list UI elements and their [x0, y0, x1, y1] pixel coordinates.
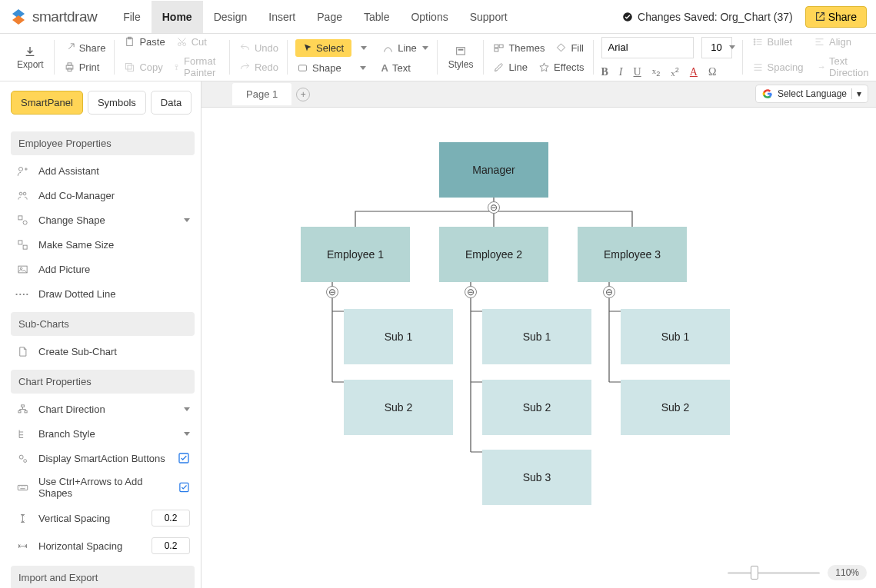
node-manager[interactable]: Manager [439, 142, 548, 198]
share-button[interactable]: Share [805, 6, 867, 28]
page-tab-1[interactable]: Page 1 [232, 83, 291, 105]
section-chart-properties: Chart Properties [11, 370, 195, 394]
node-e1-sub1[interactable]: Sub 1 [344, 309, 453, 364]
symbol-button[interactable]: Ω [708, 66, 716, 78]
h-spacing-input[interactable] [152, 537, 190, 554]
menu-support[interactable]: Support [459, 1, 518, 33]
node-employee-3[interactable]: Employee 3 [578, 227, 687, 282]
font-color-button[interactable]: A [690, 66, 698, 78]
app-logo[interactable]: smartdraw [9, 8, 97, 26]
print-button[interactable]: Print [62, 59, 108, 75]
svg-rect-15 [495, 48, 498, 51]
subscript-button[interactable]: x2 [652, 66, 661, 78]
language-selector[interactable]: Select Language ▾ [755, 85, 868, 103]
format-painter-button[interactable]: Format Painter [172, 53, 222, 81]
v-spacing-input[interactable] [152, 510, 190, 527]
bullet-button[interactable]: Bullet [751, 34, 794, 50]
checkbox-checked-icon[interactable] [178, 452, 190, 464]
svg-point-31 [19, 455, 23, 459]
select-dropdown[interactable] [361, 46, 367, 50]
add-page-button[interactable]: + [296, 88, 310, 101]
menu-file[interactable]: File [112, 1, 152, 33]
section-import-export: Import and Export [11, 566, 195, 588]
svg-rect-29 [18, 410, 20, 413]
display-smartaction-buttons[interactable]: Display SmartAction Buttons [11, 446, 195, 470]
svg-rect-8 [128, 65, 134, 71]
node-e2-sub1[interactable]: Sub 1 [482, 309, 591, 364]
make-same-size[interactable]: Make Same Size [11, 232, 195, 257]
collapse-emp-2[interactable]: ⊖ [465, 286, 477, 298]
tab-data[interactable]: Data [151, 91, 192, 115]
themes-button[interactable]: Themes [491, 40, 546, 56]
node-e3-sub1[interactable]: Sub 1 [621, 309, 730, 364]
chevron-down-icon [422, 46, 428, 50]
add-co-manager[interactable]: Add Co-Manager [11, 183, 195, 208]
fill-button[interactable]: Fill [554, 40, 585, 56]
collapse-emp-3[interactable]: ⊖ [603, 286, 615, 298]
svg-rect-25 [23, 245, 27, 249]
select-tool[interactable]: Select [295, 39, 351, 57]
menu-home[interactable]: Home [152, 1, 203, 33]
node-e1-sub2[interactable]: Sub 2 [344, 380, 453, 435]
font-size-dropdown[interactable] [729, 45, 735, 49]
zoom-slider[interactable] [728, 572, 820, 574]
node-e3-sub2[interactable]: Sub 2 [621, 380, 730, 435]
node-e2-sub2[interactable]: Sub 2 [482, 380, 591, 435]
redo-button[interactable]: Redo [238, 59, 280, 75]
menu-page[interactable]: Page [306, 1, 353, 33]
effects-button[interactable]: Effects [537, 59, 586, 75]
shape-dropdown[interactable] [360, 66, 366, 70]
spacing-icon [752, 61, 764, 73]
export-button[interactable]: Export [14, 45, 47, 70]
shape-tool[interactable]: Shape [295, 60, 343, 76]
assistant-icon [15, 164, 29, 178]
spacing-button[interactable]: Spacing [751, 59, 805, 75]
chart-direction[interactable]: Chart Direction [11, 397, 195, 421]
pencil-icon [493, 61, 505, 73]
change-shape[interactable]: Change Shape [11, 208, 195, 232]
create-sub-chart[interactable]: Create Sub-Chart [11, 339, 195, 364]
undo-button[interactable]: Undo [238, 40, 280, 56]
styles-button[interactable]: Styles [445, 45, 477, 70]
bold-button[interactable]: B [601, 66, 608, 78]
menu-options[interactable]: Options [400, 1, 458, 33]
add-assistant[interactable]: Add Assistant [11, 158, 195, 183]
font-family-input[interactable] [601, 37, 694, 58]
cut-button[interactable]: Cut [175, 34, 208, 50]
menu-insert[interactable]: Insert [258, 1, 306, 33]
copy-button[interactable]: Copy [122, 59, 164, 75]
tab-smartpanel[interactable]: SmartPanel [11, 91, 83, 115]
share-ribbon-button[interactable]: Share [62, 40, 108, 56]
font-size-input[interactable] [701, 37, 732, 58]
underline-button[interactable]: U [634, 66, 641, 78]
zoom-thumb[interactable] [751, 566, 758, 580]
canvas[interactable]: Manager ⊖ Employee 1 Employee 2 Employee… [202, 108, 876, 588]
svg-rect-34 [18, 485, 28, 490]
zoom-value[interactable]: 110% [828, 565, 867, 580]
collapse-manager[interactable]: ⊖ [488, 201, 500, 214]
menu-design[interactable]: Design [203, 1, 258, 33]
draw-dotted-line[interactable]: ····Draw Dotted Line [11, 281, 195, 306]
collapse-emp-1[interactable]: ⊖ [326, 286, 338, 298]
tab-symbols[interactable]: Symbols [88, 91, 146, 115]
svg-rect-9 [126, 63, 132, 69]
superscript-button[interactable]: x2 [671, 66, 679, 78]
checkbox-checked-icon[interactable] [178, 481, 190, 493]
menu-table[interactable]: Table [353, 1, 400, 33]
paste-button[interactable]: Paste [122, 34, 166, 50]
line-tool[interactable]: Line [381, 40, 430, 56]
node-employee-2[interactable]: Employee 2 [439, 227, 548, 282]
node-e2-sub3[interactable]: Sub 3 [482, 450, 591, 505]
text-direction-button[interactable]: Text Direction [816, 53, 874, 81]
italic-button[interactable]: I [619, 66, 623, 78]
redo-icon [239, 61, 251, 73]
use-ctrl-arrows[interactable]: Use Ctrl+Arrows to Add Shapes [11, 470, 195, 504]
save-status: Changes Saved: Org_Chart (37) [622, 11, 793, 23]
text-tool[interactable]: AText [380, 60, 412, 76]
line-style-button[interactable]: Line [491, 59, 529, 75]
branch-style[interactable]: Branch Style [11, 421, 195, 446]
svg-point-18 [754, 44, 755, 45]
node-employee-1[interactable]: Employee 1 [301, 227, 410, 282]
align-button[interactable]: Align [812, 34, 853, 50]
add-picture[interactable]: Add Picture [11, 257, 195, 281]
